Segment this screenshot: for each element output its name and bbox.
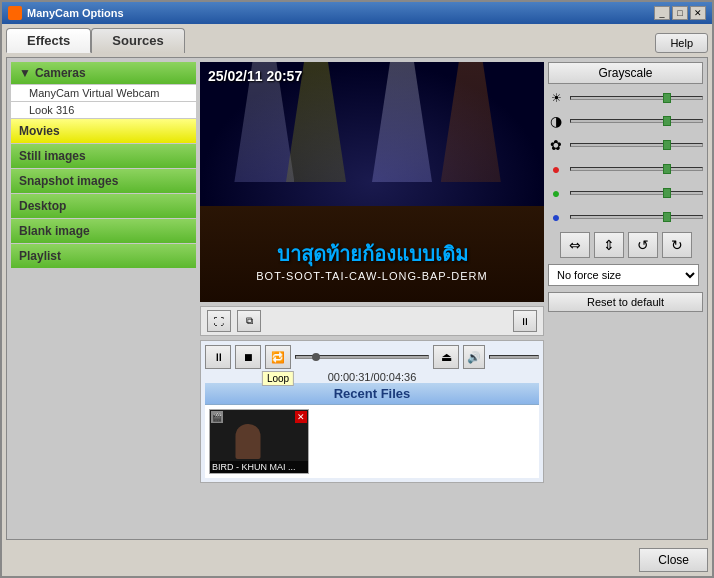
red-slider[interactable]: [570, 167, 703, 171]
green-slider[interactable]: [570, 191, 703, 195]
fullscreen-button[interactable]: ⛶: [207, 310, 231, 332]
video-subtitle-area: บาสุดท้ายก้องแบบเดิม BOT-SOOT-TAI-CAW-LO…: [200, 238, 544, 282]
seek-thumb[interactable]: [312, 353, 320, 361]
timecode: 00:00:31/00:04:36: [205, 371, 539, 383]
force-size-row: No force size 160x120 320x240 640x480 12…: [548, 264, 703, 286]
tab-bar: Effects Sources: [6, 28, 185, 53]
recent-files-area: 🎬 ✕ BIRD - KHUN MAI ...: [205, 405, 539, 478]
brightness-slider[interactable]: [570, 96, 703, 100]
rotate-right-button[interactable]: ↻: [662, 232, 692, 258]
help-button[interactable]: Help: [655, 33, 708, 53]
slider-blue: ●: [548, 209, 703, 225]
titlebar-title: ManyCam Options: [8, 6, 124, 20]
loop-tooltip: Loop: [262, 371, 294, 386]
stop-button[interactable]: ⏹: [235, 345, 261, 369]
center-area: 25/02/11 20:57 บาสุดท้ายก้องแบบเดิม BOT-…: [200, 62, 544, 535]
thumbnail-figure: [236, 424, 261, 459]
play-pause-button[interactable]: ⏸: [205, 345, 231, 369]
maximize-button[interactable]: □: [672, 6, 688, 20]
stop-icon: ⏹: [243, 351, 254, 363]
pip-icon: ⧉: [246, 315, 253, 327]
sidebar-item-snapshot-images[interactable]: Snapshot images: [11, 169, 196, 193]
force-size-select[interactable]: No force size 160x120 320x240 640x480 12…: [548, 264, 699, 286]
tabs-row: Effects Sources Help: [6, 28, 708, 53]
flip-v-button[interactable]: ⇕: [594, 232, 624, 258]
close-row: Close: [2, 544, 712, 576]
flip-v-icon: ⇕: [603, 237, 615, 253]
slider-contrast: ◑: [548, 113, 703, 129]
cameras-chevron-icon: ▼: [19, 66, 31, 80]
main-panel: ▼ Cameras ManyCam Virtual Webcam Look 31…: [6, 57, 708, 540]
video-timestamp: 25/02/11 20:57: [208, 68, 302, 84]
cameras-header[interactable]: ▼ Cameras: [11, 62, 196, 84]
adjustment-buttons: ⇔ ⇕ ↺ ↻: [548, 232, 703, 258]
loop-button[interactable]: 🔁 Loop: [265, 345, 291, 369]
flip-h-button[interactable]: ⇔: [560, 232, 590, 258]
thumbnail-close-button[interactable]: ✕: [295, 411, 307, 423]
titlebar-controls: _ □ ✕: [654, 6, 706, 20]
grayscale-button[interactable]: Grayscale: [548, 62, 703, 84]
sidebar-item-blank-image[interactable]: Blank image: [11, 219, 196, 243]
eject-icon: ⏏: [441, 350, 452, 364]
video-controls-bar: ⛶ ⧉ ⏸: [200, 306, 544, 336]
thumbnail-item-0[interactable]: 🎬 ✕ BIRD - KHUN MAI ...: [209, 409, 309, 474]
app-icon: [8, 6, 22, 20]
flip-h-icon: ⇔: [569, 237, 581, 253]
pause-preview-button[interactable]: ⏸: [513, 310, 537, 332]
saturation-slider[interactable]: [570, 143, 703, 147]
video-display: 25/02/11 20:57 บาสุดท้ายก้องแบบเดิม BOT-…: [200, 62, 544, 302]
slider-green: ●: [548, 185, 703, 201]
rotate-left-button[interactable]: ↺: [628, 232, 658, 258]
sidebar-item-desktop[interactable]: Desktop: [11, 194, 196, 218]
fullscreen-icon: ⛶: [214, 316, 224, 327]
rotate-left-icon: ↺: [637, 237, 649, 253]
recent-files-header: Recent Files: [205, 383, 539, 405]
sidebar-item-playlist[interactable]: Playlist: [11, 244, 196, 268]
slider-red: ●: [548, 161, 703, 177]
mute-icon: 🔊: [467, 351, 481, 364]
seek-bar[interactable]: [295, 355, 429, 359]
thumbnail-type-icon: 🎬: [211, 411, 223, 423]
right-panel: Grayscale ☀ ◑ ✿: [548, 62, 703, 535]
contrast-icon: ◑: [548, 113, 564, 129]
content-area: Effects Sources Help ▼ Cameras ManyCam V…: [2, 24, 712, 544]
titlebar: ManyCam Options _ □ ✕: [2, 2, 712, 24]
saturation-icon: ✿: [548, 137, 564, 153]
sidebar-item-still-images[interactable]: Still images: [11, 144, 196, 168]
red-icon: ●: [548, 161, 564, 177]
blue-icon: ●: [548, 209, 564, 225]
main-window: ManyCam Options _ □ ✕ Effects Sources He…: [0, 0, 714, 578]
pause-icon: ⏸: [520, 316, 530, 327]
thumbnail-label: BIRD - KHUN MAI ...: [210, 461, 308, 473]
video-subtitle-main: บาสุดท้ายก้องแบบเดิม: [200, 238, 544, 270]
sidebar-item-movies[interactable]: Movies: [11, 119, 196, 143]
play-pause-icon: ⏸: [213, 351, 224, 363]
reset-default-button[interactable]: Reset to default: [548, 292, 703, 312]
blue-slider[interactable]: [570, 215, 703, 219]
tab-effects[interactable]: Effects: [6, 28, 91, 53]
video-subtitle-phonetic: BOT-SOOT-TAI-CAW-LONG-BAP-DERM: [200, 270, 544, 282]
eject-button[interactable]: ⏏: [433, 345, 459, 369]
brightness-icon: ☀: [548, 91, 564, 105]
pip-button[interactable]: ⧉: [237, 310, 261, 332]
sidebar: ▼ Cameras ManyCam Virtual Webcam Look 31…: [11, 62, 196, 535]
rotate-right-icon: ↻: [671, 237, 683, 253]
loop-icon: 🔁: [271, 351, 285, 364]
mute-button[interactable]: 🔊: [463, 345, 485, 369]
green-icon: ●: [548, 185, 564, 201]
tab-sources[interactable]: Sources: [91, 28, 184, 53]
transport-row: ⏸ ⏹ 🔁 Loop ⏏: [205, 345, 539, 369]
minimize-button[interactable]: _: [654, 6, 670, 20]
sidebar-item-virtual-webcam[interactable]: ManyCam Virtual Webcam: [11, 85, 196, 101]
contrast-slider[interactable]: [570, 119, 703, 123]
close-window-button[interactable]: ✕: [690, 6, 706, 20]
slider-saturation: ✿: [548, 137, 703, 153]
volume-bar[interactable]: [489, 355, 539, 359]
bottom-panel: ⏸ ⏹ 🔁 Loop ⏏: [200, 340, 544, 483]
slider-brightness: ☀: [548, 91, 703, 105]
sidebar-item-look316[interactable]: Look 316: [11, 102, 196, 118]
close-button[interactable]: Close: [639, 548, 708, 572]
window-title: ManyCam Options: [27, 7, 124, 19]
